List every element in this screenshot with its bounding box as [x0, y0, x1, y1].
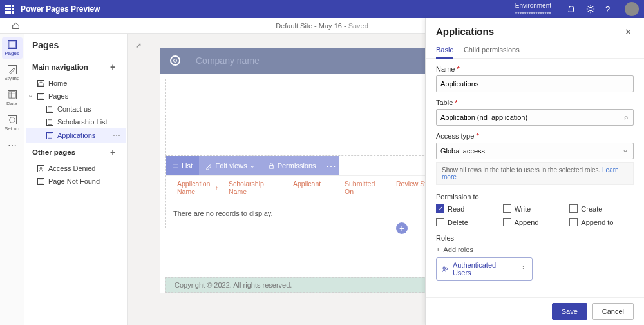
- app-title: Power Pages Preview: [21, 5, 100, 14]
- svg-rect-1: [8, 41, 15, 48]
- svg-rect-2: [8, 92, 15, 98]
- role-chip-authenticated[interactable]: Authenticated Users ⋮: [436, 257, 533, 281]
- company-name[interactable]: Company name: [196, 55, 260, 66]
- save-button[interactable]: Save: [552, 303, 587, 320]
- app-header: Power Pages Preview Environment ••••••••…: [0, 0, 644, 18]
- page-icon: [37, 178, 44, 185]
- add-main-nav-icon[interactable]: +: [110, 63, 119, 72]
- breadcrumb-date: May 16: [319, 22, 342, 30]
- other-pages-header: Other pages +: [24, 143, 127, 162]
- main-navigation-header: Main navigation +: [24, 57, 127, 77]
- svg-rect-7: [48, 106, 52, 112]
- cancel-button[interactable]: Cancel: [592, 303, 634, 320]
- add-roles-button[interactable]: + Add roles: [436, 246, 634, 253]
- rail-item-styling[interactable]: Styling: [2, 63, 23, 84]
- avatar[interactable]: [625, 2, 639, 16]
- tree-item-home[interactable]: Home: [26, 77, 126, 90]
- checkbox-icon: ✓: [436, 204, 444, 213]
- th-applicant[interactable]: Applicant: [288, 180, 339, 195]
- tree-item-not-found[interactable]: Page Not Found: [26, 175, 126, 188]
- pages-icon: [8, 40, 17, 49]
- breadcrumb-site: Default Site: [276, 22, 312, 30]
- svg-point-14: [446, 268, 448, 270]
- checkbox-icon: [436, 218, 444, 226]
- add-section-button[interactable]: +: [396, 222, 408, 234]
- access-type-hint: Show all rows in the table to users in t…: [436, 162, 634, 185]
- logo-icon: [170, 55, 180, 66]
- checkbox-read[interactable]: ✓Read: [436, 204, 500, 213]
- styling-icon: [8, 65, 17, 74]
- th-app-name[interactable]: Application Name↑: [172, 180, 223, 195]
- svg-point-10: [40, 167, 42, 169]
- help-icon[interactable]: ?: [605, 5, 614, 14]
- environment-value: ••••••••••••••••: [515, 9, 551, 16]
- close-icon[interactable]: ✕: [625, 27, 634, 36]
- tree-item-applications[interactable]: Applications ⋯: [26, 128, 126, 143]
- page-icon: [46, 106, 53, 113]
- setup-icon: [8, 115, 17, 124]
- pages-panel: Pages Main navigation + Home Pages Conta…: [24, 34, 128, 325]
- toolbar-edit-views-button[interactable]: Edit views ⌄: [199, 156, 261, 175]
- bell-icon[interactable]: [567, 5, 576, 14]
- chevron-down-icon: ⌄: [250, 162, 255, 169]
- people-icon: [442, 266, 449, 273]
- permission-to-label: Permission to: [436, 193, 634, 201]
- rail-item-setup[interactable]: Set up: [2, 113, 23, 134]
- sort-asc-icon: ↑: [215, 184, 218, 192]
- tree-item-pages[interactable]: Pages: [26, 90, 126, 103]
- svg-rect-6: [39, 94, 43, 99]
- plus-icon: +: [436, 246, 440, 253]
- breadcrumb: Default Site - May 16 - Saved: [276, 22, 368, 30]
- name-input[interactable]: [436, 75, 634, 92]
- list-icon: [172, 162, 179, 170]
- data-icon: [8, 90, 17, 99]
- access-type-label: Access type *: [436, 132, 634, 140]
- pages-panel-title: Pages: [24, 34, 127, 57]
- roles-label: Roles: [436, 234, 634, 242]
- toolbar-more-button[interactable]: ⋯: [323, 156, 339, 175]
- waffle-icon[interactable]: [5, 5, 14, 14]
- breadcrumb-status: Saved: [348, 22, 368, 30]
- home-icon[interactable]: [12, 21, 20, 30]
- tab-child-permissions[interactable]: Child permissions: [464, 42, 520, 58]
- left-rail: Pages Styling Data Set up ⋯: [0, 34, 24, 325]
- tree-item-scholarship[interactable]: Scholarship List: [26, 115, 126, 128]
- th-submitted[interactable]: Submitted On: [339, 180, 391, 195]
- th-scholarship[interactable]: Scholarship Name: [223, 180, 288, 195]
- rail-item-data[interactable]: Data: [2, 88, 23, 109]
- checkbox-append-to[interactable]: Append to: [569, 218, 634, 226]
- fit-to-screen-icon[interactable]: ⤢: [135, 41, 142, 50]
- lock-icon: [268, 162, 275, 170]
- chip-more-icon[interactable]: ⋮: [520, 265, 527, 273]
- tab-basic[interactable]: Basic: [436, 42, 453, 59]
- tree-item-access-denied[interactable]: Access Denied: [26, 162, 126, 175]
- edit-icon: [205, 162, 213, 170]
- svg-rect-8: [48, 119, 52, 124]
- tree-item-more-icon[interactable]: ⋯: [113, 131, 120, 140]
- svg-rect-12: [269, 165, 273, 168]
- page-icon: [46, 132, 53, 139]
- gear-icon[interactable]: [586, 5, 595, 14]
- add-other-pages-icon[interactable]: +: [110, 148, 119, 157]
- checkbox-append[interactable]: Append: [503, 218, 567, 226]
- home-icon: [37, 80, 44, 87]
- copyright: Copyright © 2022. All rights reserved.: [175, 281, 292, 289]
- rail-more[interactable]: ⋯: [2, 138, 23, 153]
- svg-point-0: [589, 7, 592, 10]
- panel-title: Applications: [436, 26, 494, 37]
- checkbox-icon: [503, 218, 511, 226]
- environment-selector[interactable]: Environment ••••••••••••••••: [507, 2, 551, 16]
- rail-item-pages[interactable]: Pages: [2, 37, 23, 59]
- checkbox-create[interactable]: Create: [569, 204, 634, 213]
- svg-point-5: [9, 117, 15, 123]
- tree-item-contact[interactable]: Contact us: [26, 103, 126, 115]
- checkbox-write[interactable]: Write: [503, 204, 567, 213]
- checkbox-icon: [569, 204, 578, 213]
- toolbar-permissions-button[interactable]: Permissions: [261, 156, 323, 175]
- page-icon: [46, 119, 53, 126]
- access-type-select[interactable]: [436, 143, 634, 159]
- toolbar-list-button[interactable]: List: [166, 156, 199, 175]
- table-input[interactable]: [436, 109, 634, 126]
- checkbox-delete[interactable]: Delete: [436, 218, 500, 226]
- checkbox-icon: [503, 204, 511, 213]
